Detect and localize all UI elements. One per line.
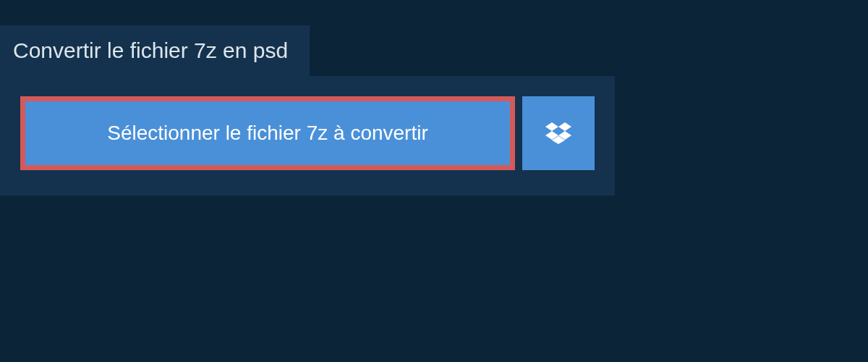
tab-label: Convertir le fichier 7z en psd <box>13 38 288 62</box>
tab-bar: Convertir le fichier 7z en psd Sélection… <box>0 0 868 195</box>
upload-panel: Sélectionner le fichier 7z à convertir <box>0 76 615 195</box>
dropbox-icon <box>545 120 571 146</box>
tab-convert[interactable]: Convertir le fichier 7z en psd <box>0 25 310 76</box>
dropbox-button[interactable] <box>522 96 595 170</box>
select-file-label: Sélectionner le fichier 7z à convertir <box>107 122 428 145</box>
select-file-button[interactable]: Sélectionner le fichier 7z à convertir <box>20 96 515 170</box>
